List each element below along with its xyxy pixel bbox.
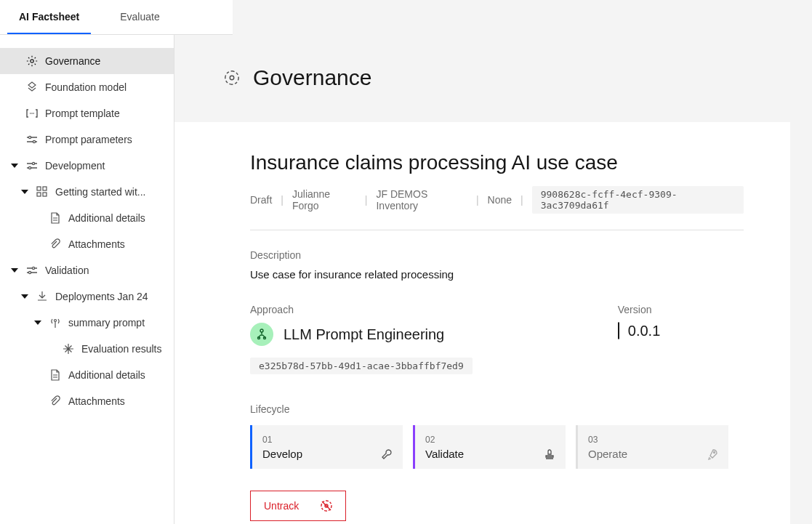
sidebar-item-getting-started[interactable]: Getting started wit...	[0, 179, 174, 205]
sidebar-item-label: summary prompt	[68, 317, 145, 328]
lifecycle-stage-num: 01	[262, 435, 393, 445]
divider	[250, 230, 744, 230]
approach-name: LLM Prompt Engineering	[284, 326, 444, 343]
version-value: 0.0.1	[628, 323, 660, 339]
grid-icon	[36, 186, 48, 198]
tab-evaluate[interactable]: Evaluate	[108, 0, 171, 34]
document-icon	[49, 369, 61, 381]
document-icon	[49, 212, 61, 224]
caret-down-icon	[33, 321, 42, 325]
governance-target-icon	[224, 70, 240, 86]
separator: |	[281, 194, 284, 206]
sidebar-item-attachments-2[interactable]: Attachments	[0, 388, 174, 414]
svg-rect-8	[37, 187, 41, 190]
lifecycle-section: Lifecycle 01 Develop 02 Validate	[250, 403, 744, 469]
sidebar-item-label: Getting started wit...	[55, 186, 146, 198]
version-section: Version 0.0.1	[618, 304, 660, 374]
sidebar-item-prompt-parameters[interactable]: Prompt parameters	[0, 126, 174, 153]
sliders-icon	[26, 265, 38, 276]
sparkle-icon	[63, 343, 74, 355]
stamp-icon	[544, 448, 555, 460]
lifecycle-stage-name: Develop	[262, 448, 393, 460]
sidebar-item-summary-prompt[interactable]: summary prompt	[0, 310, 174, 336]
svg-point-2	[31, 113, 33, 114]
sidebar-item-label: Prompt template	[45, 108, 120, 119]
usecase-guid: 9908628c-fcff-4ecf-9309-3ac3709da61f	[532, 186, 744, 214]
svg-point-12	[32, 267, 34, 269]
sidebar-item-label: Evaluation results	[81, 343, 162, 355]
approach-id: e325b78d-57bb-49d1-acae-3bbaffbf7ed9	[250, 358, 473, 374]
lifecycle-stage-operate[interactable]: 03 Operate	[576, 425, 728, 469]
usecase-status: Draft	[250, 194, 272, 206]
lifecycle-stage-validate[interactable]: 02 Validate	[413, 425, 566, 469]
sidebar-item-label: Foundation model	[45, 81, 126, 93]
svg-point-7	[28, 166, 31, 169]
sidebar-item-label: Development	[45, 160, 105, 172]
sidebar-item-label: Additional details	[68, 369, 145, 381]
svg-rect-9	[43, 187, 47, 190]
svg-rect-10	[37, 193, 41, 196]
separator: |	[365, 194, 368, 206]
sidebar-item-additional-details[interactable]: Additional details	[0, 205, 174, 231]
page-title: Governance	[253, 65, 371, 90]
sidebar-item-foundation-model[interactable]: Foundation model	[0, 74, 174, 100]
sidebar-item-additional-details-2[interactable]: Additional details	[0, 362, 174, 388]
deployment-icon	[36, 291, 48, 302]
lifecycle-stage-name: Operate	[588, 448, 718, 460]
sidebar-item-prompt-template[interactable]: Prompt template	[0, 100, 174, 126]
sidebar: Governance Foundation model Prompt templ…	[0, 35, 174, 524]
antenna-icon	[49, 317, 61, 328]
sidebar-item-label: Additional details	[68, 212, 145, 224]
governance-panel: Insurance claims processing AI use case …	[174, 122, 790, 524]
tab-ai-factsheet[interactable]: AI Factsheet	[7, 0, 91, 34]
sidebar-item-development[interactable]: Development	[0, 153, 174, 179]
untrack-button[interactable]: Untrack	[250, 491, 346, 521]
svg-point-15	[230, 76, 234, 80]
caret-down-icon	[20, 190, 29, 194]
lifecycle-stage-num: 03	[588, 435, 718, 445]
page-header: Governance	[174, 35, 812, 100]
sidebar-item-attachments[interactable]: Attachments	[0, 231, 174, 257]
attachment-icon	[49, 238, 61, 250]
lifecycle-stage-develop[interactable]: 01 Develop	[250, 425, 403, 469]
rocket-icon	[707, 448, 718, 460]
svg-point-6	[32, 162, 34, 164]
svg-point-1	[30, 113, 31, 114]
tab-label: AI Factsheet	[19, 11, 79, 23]
sidebar-item-label: Deployments Jan 24	[55, 291, 148, 302]
svg-point-5	[33, 140, 35, 142]
untrack-label: Untrack	[264, 500, 299, 512]
caret-down-icon	[10, 268, 19, 273]
sidebar-item-validation[interactable]: Validation	[0, 257, 174, 283]
sidebar-item-governance[interactable]: Governance	[0, 48, 174, 74]
svg-point-4	[28, 136, 31, 138]
sidebar-item-label: Prompt parameters	[45, 134, 132, 145]
gear-icon	[26, 55, 38, 67]
svg-point-19	[714, 452, 715, 454]
svg-point-14	[55, 320, 57, 322]
separator: |	[520, 194, 523, 206]
description-section: Description Use case for insurance relat…	[250, 249, 744, 281]
usecase-risk: None	[488, 194, 512, 206]
usecase-meta: Draft | Julianne Forgo | JF DEMOS Invent…	[250, 186, 744, 214]
diamond-stack-icon	[26, 81, 38, 93]
version-label: Version	[618, 304, 660, 315]
sliders-icon	[26, 160, 38, 172]
attachment-icon	[49, 395, 61, 407]
caret-down-icon	[20, 294, 29, 299]
lifecycle-stage-num: 02	[425, 435, 555, 445]
target-slash-icon	[321, 500, 332, 512]
sidebar-item-label: Governance	[45, 55, 100, 67]
usecase-owner: Julianne Forgo	[292, 188, 356, 211]
diamond-icon	[618, 323, 619, 339]
sidebar-item-deployments[interactable]: Deployments Jan 24	[0, 283, 174, 310]
svg-point-13	[28, 271, 31, 273]
approach-avatar-icon	[250, 323, 273, 346]
sidebar-item-evaluation-results[interactable]: Evaluation results	[0, 336, 174, 362]
caret-down-icon	[10, 164, 19, 168]
usecase-title: Insurance claims processing AI use case	[250, 151, 744, 174]
lifecycle-stage-name: Validate	[425, 448, 555, 460]
sidebar-item-label: Validation	[45, 265, 89, 276]
svg-rect-11	[43, 193, 47, 196]
description-label: Description	[250, 249, 744, 261]
